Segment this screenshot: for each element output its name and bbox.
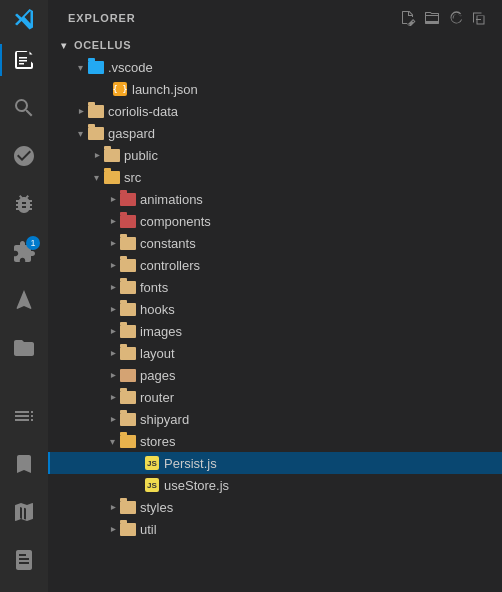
- folder-vscode-icon: [88, 59, 104, 75]
- tree-item-hooks[interactable]: ▾ hooks: [48, 298, 502, 320]
- folder-stores-icon: [120, 433, 136, 449]
- usestorejs-icon: JS: [144, 477, 160, 493]
- folder-hooks-icon: [120, 301, 136, 317]
- animations-label: animations: [140, 192, 494, 207]
- usestorejs-label: useStore.js: [164, 478, 494, 493]
- folder-src-icon: [104, 169, 120, 185]
- chevron-constants: ▾: [104, 235, 120, 251]
- sidebar: Explorer ▾ OCELLUS ▾: [48, 0, 502, 592]
- src-label: src: [124, 170, 494, 185]
- debug-activity-icon[interactable]: [0, 180, 48, 228]
- router-label: router: [140, 390, 494, 405]
- tree-item-controllers[interactable]: ▾ controllers: [48, 254, 502, 276]
- chevron-pages: ▾: [104, 367, 120, 383]
- explorer-title-text: Explorer: [68, 12, 136, 24]
- folder-controllers-icon: [120, 257, 136, 273]
- chevron-vscode: ▾: [72, 59, 88, 75]
- tree-item-launch[interactable]: ▾ { } launch.json: [48, 78, 502, 100]
- packages-activity-icon[interactable]: [0, 488, 48, 536]
- tree-item-util[interactable]: ▾ util: [48, 518, 502, 540]
- chevron-styles: ▾: [104, 499, 120, 515]
- folder-pages-icon: [120, 367, 136, 383]
- tree-item-persistjs[interactable]: ▾ JS Persist.js: [48, 452, 502, 474]
- chevron-fonts: ▾: [104, 279, 120, 295]
- chevron-public: ▾: [88, 147, 104, 163]
- folder-util-icon: [120, 521, 136, 537]
- extensions-activity-icon[interactable]: 1: [0, 228, 48, 276]
- folder-layout-icon: [120, 345, 136, 361]
- tree-item-coriolis[interactable]: ▾ coriolis-data: [48, 100, 502, 122]
- chevron-util: ▾: [104, 521, 120, 537]
- section-chevron: ▾: [56, 37, 72, 53]
- new-folder-button[interactable]: [422, 8, 442, 28]
- chevron-controllers: ▾: [104, 257, 120, 273]
- tree-item-router[interactable]: ▾ router: [48, 386, 502, 408]
- tree-item-shipyard[interactable]: ▾ shipyard: [48, 408, 502, 430]
- folder-constants-icon: [120, 235, 136, 251]
- activity-bar: 1: [0, 0, 48, 592]
- folder-components-icon: [120, 213, 136, 229]
- tree-item-components[interactable]: ▾ components: [48, 210, 502, 232]
- collapse-all-button[interactable]: [470, 8, 490, 28]
- search-activity-icon[interactable]: [0, 84, 48, 132]
- svg-rect-2: [19, 63, 24, 65]
- stores-label: stores: [140, 434, 494, 449]
- controllers-label: controllers: [140, 258, 494, 273]
- tree-item-gaspard[interactable]: ▾ gaspard: [48, 122, 502, 144]
- folder-public-icon: [104, 147, 120, 163]
- constants-label: constants: [140, 236, 494, 251]
- launch-json-icon: { }: [112, 81, 128, 97]
- launch-label: launch.json: [132, 82, 494, 97]
- tree-item-public[interactable]: ▾ public: [48, 144, 502, 166]
- refresh-button[interactable]: [446, 8, 466, 28]
- chevron-stores: ▾: [104, 433, 120, 449]
- chevron-router: ▾: [104, 389, 120, 405]
- tree-item-usestorejs[interactable]: ▾ JS useStore.js: [48, 474, 502, 496]
- new-file-button[interactable]: [398, 8, 418, 28]
- outline-activity-icon[interactable]: [0, 392, 48, 440]
- tree-item-src[interactable]: ▾ src: [48, 166, 502, 188]
- images-label: images: [140, 324, 494, 339]
- folder-coriolis-icon: [88, 103, 104, 119]
- chevron-images: ▾: [104, 323, 120, 339]
- section-label-text: OCELLUS: [74, 39, 131, 51]
- chevron-animations: ▾: [104, 191, 120, 207]
- chevron-components: ▾: [104, 213, 120, 229]
- explorer-title: Explorer: [48, 0, 502, 34]
- persistjs-icon: JS: [144, 455, 160, 471]
- vscode-logo: [0, 0, 48, 36]
- folder-images-icon: [120, 323, 136, 339]
- folder-animations-icon: [120, 191, 136, 207]
- tree-item-pages[interactable]: ▾ pages: [48, 364, 502, 386]
- gaspard-label: gaspard: [108, 126, 494, 141]
- tree-item-constants[interactable]: ▾ constants: [48, 232, 502, 254]
- tree-item-layout[interactable]: ▾ layout: [48, 342, 502, 364]
- hooks-label: hooks: [140, 302, 494, 317]
- folder-styles-icon: [120, 499, 136, 515]
- docs-activity-icon[interactable]: [0, 536, 48, 584]
- chevron-coriolis: ▾: [72, 103, 88, 119]
- tree-item-vscode[interactable]: ▾ .vscode: [48, 56, 502, 78]
- util-label: util: [140, 522, 494, 537]
- tree-item-animations[interactable]: ▾ animations: [48, 188, 502, 210]
- explorer-activity-icon[interactable]: [0, 36, 48, 84]
- styles-label: styles: [140, 500, 494, 515]
- tree-item-images[interactable]: ▾ images: [48, 320, 502, 342]
- file-tree: ▾ OCELLUS ▾ .vscode ▾ { } launch.json ▾: [48, 34, 502, 592]
- chevron-shipyard: ▾: [104, 411, 120, 427]
- selection-indicator: [48, 452, 50, 474]
- tree-item-styles[interactable]: ▾ styles: [48, 496, 502, 518]
- svg-rect-1: [19, 60, 27, 62]
- bookmark-activity-icon[interactable]: [0, 440, 48, 488]
- chevron-gaspard: ▾: [72, 125, 88, 141]
- public-label: public: [124, 148, 494, 163]
- tree-item-fonts[interactable]: ▾ fonts: [48, 276, 502, 298]
- tree-item-stores[interactable]: ▾ stores: [48, 430, 502, 452]
- folder-fonts-icon: [120, 279, 136, 295]
- folders-activity-icon[interactable]: [0, 324, 48, 372]
- chevron-src: ▾: [88, 169, 104, 185]
- source-control-activity-icon[interactable]: [0, 132, 48, 180]
- deploy-activity-icon[interactable]: [0, 276, 48, 324]
- folder-router-icon: [120, 389, 136, 405]
- section-ocellus[interactable]: ▾ OCELLUS: [48, 34, 502, 56]
